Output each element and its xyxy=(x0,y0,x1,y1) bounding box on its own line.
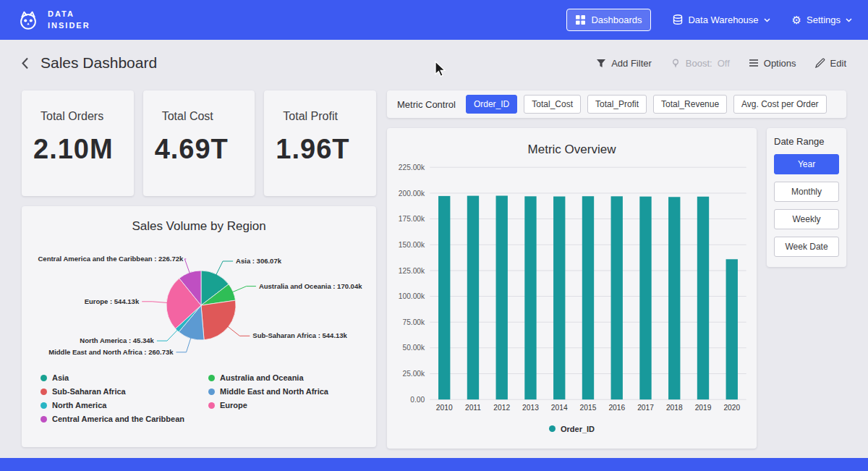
legend-item-australia-oceania[interactable]: Australia and Oceania xyxy=(208,373,328,382)
database-icon xyxy=(673,14,683,25)
pie-label: Australia and Oceania : 170.04k xyxy=(259,282,362,290)
legend-dot xyxy=(549,425,556,432)
pie-legend: Asia Sub-Saharan Africa North America Ce… xyxy=(22,373,376,423)
pie-label: Middle East and North Africa : 260.73k xyxy=(48,348,174,356)
metric-button-total-profit[interactable]: Total_Profit xyxy=(587,95,647,114)
boost-icon xyxy=(671,59,681,68)
legend-item-central-america[interactable]: Central America and the Caribbean xyxy=(41,415,208,423)
y-tick-label: 225.00k xyxy=(399,164,425,171)
y-tick-label: 75.00k xyxy=(402,318,425,326)
dashboard-body: Total Orders 2.10M Total Cost 4.69T Tota… xyxy=(0,86,868,449)
boost-label: Boost: xyxy=(686,58,712,69)
date-range-year-button[interactable]: Year xyxy=(774,154,839,174)
options-button[interactable]: Options xyxy=(749,58,796,69)
bar-2011[interactable] xyxy=(467,196,479,400)
data-warehouse-menu[interactable]: Data Warehouse xyxy=(673,14,770,25)
x-tick-label: 2018 xyxy=(666,404,683,412)
settings-menu[interactable]: ⚙ Settings xyxy=(792,14,852,25)
legend-item-europe[interactable]: Europe xyxy=(208,401,328,410)
metric-button-order-id[interactable]: Order_ID xyxy=(466,95,517,114)
bar-2014[interactable] xyxy=(553,197,565,400)
bar-2017[interactable] xyxy=(639,197,651,400)
pie-label-line xyxy=(157,329,179,341)
date-range-week-date-button[interactable]: Week Date xyxy=(774,237,839,257)
kpi-card-total-orders: Total Orders 2.10M xyxy=(22,90,134,196)
legend-label: North America xyxy=(52,401,106,410)
x-tick-label: 2017 xyxy=(637,404,654,412)
bar-2016[interactable] xyxy=(611,196,623,399)
pie-label-line xyxy=(216,261,233,276)
header-actions: Add Filter Boost: Off Options Edit xyxy=(596,58,846,69)
x-tick-label: 2012 xyxy=(493,404,510,412)
legend-label: Central America and the Caribbean xyxy=(52,415,184,423)
x-tick-label: 2014 xyxy=(551,404,568,412)
x-tick-label: 2013 xyxy=(522,404,539,412)
pie-label: Europe : 544.13k xyxy=(85,297,140,305)
pie-chart-title: Sales Volume by Region xyxy=(22,219,376,234)
filter-icon xyxy=(596,59,606,68)
y-tick-label: 125.00k xyxy=(399,267,425,275)
back-button[interactable] xyxy=(22,57,29,69)
date-range-title: Date Range xyxy=(774,136,839,147)
bar-2019[interactable] xyxy=(697,197,709,399)
legend-dot xyxy=(41,416,47,423)
y-tick-label: 175.00k xyxy=(399,215,425,223)
kpi-label: Total Profit xyxy=(283,110,365,123)
metric-button-avg-cost-per-order[interactable]: Avg. Cost per Order xyxy=(733,95,827,114)
brand-logo[interactable]: DATA INSIDER xyxy=(16,8,90,33)
list-icon xyxy=(749,59,759,67)
pie-legend-col-1: Asia Sub-Saharan Africa North America Ce… xyxy=(41,373,208,423)
kpi-label: Total Orders xyxy=(41,110,122,123)
pie-label: North America : 45.34k xyxy=(80,336,154,344)
metric-button-total-revenue[interactable]: Total_Revenue xyxy=(653,95,727,114)
chevron-down-icon xyxy=(764,18,770,22)
kpi-card-total-cost: Total Cost 4.69T xyxy=(143,90,255,196)
footer-bar xyxy=(0,458,868,471)
x-tick-label: 2016 xyxy=(608,404,625,412)
bar-2010[interactable] xyxy=(438,196,450,399)
metric-button-total-cost[interactable]: Total_Cost xyxy=(524,95,581,114)
bar-2012[interactable] xyxy=(496,196,508,400)
pie-label: Asia : 306.07k xyxy=(236,257,282,265)
add-filter-button[interactable]: Add Filter xyxy=(596,58,652,69)
bar-2018[interactable] xyxy=(668,197,680,399)
date-range-weekly-button[interactable]: Weekly xyxy=(774,209,839,229)
options-label: Options xyxy=(764,58,796,69)
legend-label: Order_ID xyxy=(561,425,595,433)
left-column: Total Orders 2.10M Total Cost 4.69T Tota… xyxy=(22,90,376,449)
date-range-card: Date Range Year Monthly Weekly Week Date xyxy=(767,128,846,267)
legend-dot xyxy=(208,375,215,381)
pie-label-line xyxy=(176,336,192,352)
kpi-value: 4.69T xyxy=(155,134,244,165)
x-tick-label: 2010 xyxy=(436,404,453,412)
bar-chart-card: Metric Overview 0.0025.00k50.00k75.00k10… xyxy=(387,128,757,449)
pie-slice[interactable] xyxy=(201,300,236,340)
legend-item-asia[interactable]: Asia xyxy=(41,373,208,382)
y-tick-label: 100.00k xyxy=(399,292,425,300)
bar-2013[interactable] xyxy=(524,196,536,399)
legend-item-sub-saharan-africa[interactable]: Sub-Saharan Africa xyxy=(41,387,208,396)
top-navbar: DATA INSIDER Dashboards Data Warehouse ⚙ xyxy=(0,0,868,40)
pie-label-line xyxy=(184,259,190,275)
gear-icon: ⚙ xyxy=(792,14,801,25)
legend-dot xyxy=(208,402,215,409)
chevron-left-icon xyxy=(22,57,29,69)
top-nav-menu: Dashboards Data Warehouse ⚙ Settings xyxy=(566,9,852,31)
legend-dot xyxy=(41,402,47,409)
dashboards-button[interactable]: Dashboards xyxy=(566,9,651,31)
pencil-icon xyxy=(815,58,825,68)
y-tick-label: 0.00 xyxy=(410,396,425,404)
add-filter-label: Add Filter xyxy=(611,58,652,69)
edit-button[interactable]: Edit xyxy=(815,58,846,69)
kpi-card-total-profit: Total Profit 1.96T xyxy=(264,90,376,196)
bar-2020[interactable] xyxy=(726,259,738,399)
chevron-down-icon xyxy=(846,18,852,22)
page-title: Sales Dashboard xyxy=(41,54,157,72)
legend-item-north-america[interactable]: North America xyxy=(41,401,208,410)
bar-2015[interactable] xyxy=(582,196,594,399)
edit-label: Edit xyxy=(830,58,846,69)
legend-item-middle-east-north-africa[interactable]: Middle East and North Africa xyxy=(208,387,328,396)
boost-toggle[interactable]: Boost: Off xyxy=(671,58,730,69)
date-range-monthly-button[interactable]: Monthly xyxy=(774,182,839,202)
x-tick-label: 2019 xyxy=(695,404,712,412)
